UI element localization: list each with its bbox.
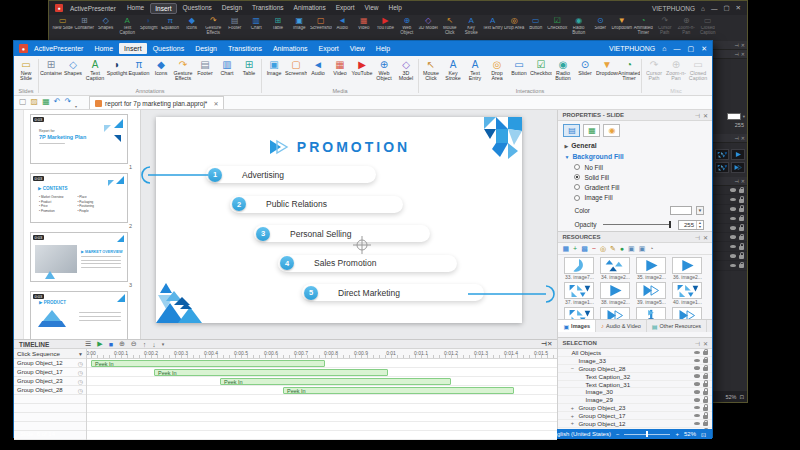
document-tab[interactable]: report for 7p marketing plan.approj* ✕	[89, 96, 224, 109]
resources-tab-other-resources[interactable]: ▤Other Resources	[647, 320, 707, 332]
selection-row-image_11[interactable]: Image_11	[558, 428, 712, 429]
menu-design[interactable]: Design	[218, 3, 246, 14]
back-tool-audio[interactable]: ◄Audio	[332, 16, 354, 41]
menu-view[interactable]: View	[361, 3, 383, 14]
lock-icon[interactable]	[703, 367, 708, 371]
info-icon[interactable]: ●	[620, 245, 624, 252]
visibility-eye-icon[interactable]	[694, 422, 700, 426]
track-name-group-object_23[interactable]: Group Object_23◷	[14, 377, 86, 386]
pin-icon[interactable]: ⊣	[695, 112, 700, 119]
back-tool-dropdown[interactable]: ▼Dropdown	[611, 16, 633, 41]
tool-gesture-effects[interactable]: ↷Gesture Effects	[172, 57, 194, 88]
slide-title-block[interactable]: PROMOTION	[156, 139, 522, 155]
visibility-eye-icon[interactable]	[694, 398, 700, 402]
resource-item[interactable]: 35. image2...	[633, 257, 669, 280]
timeline-zoom-out-icon[interactable]: ⊖	[131, 340, 137, 348]
back-tool-video[interactable]: ▦Video	[353, 16, 375, 41]
resource-item[interactable]	[597, 307, 633, 319]
add-resource-icon[interactable]: +	[573, 245, 577, 252]
expander-icon[interactable]: +	[569, 413, 575, 419]
tool-checkbox[interactable]: ☑Checkbox	[530, 57, 552, 88]
view-mode-icon[interactable]: ▦	[562, 245, 569, 253]
back-tool-zoom-n-pan[interactable]: ⊕Zoom-n-Pan	[676, 16, 698, 41]
lock-icon[interactable]	[703, 391, 708, 395]
tool-audio[interactable]: ◄Audio	[307, 57, 329, 88]
resource-item[interactable]: 34. image2...	[597, 257, 633, 280]
tool-key-stroke[interactable]: AKey Stroke	[442, 57, 464, 88]
timeline-track-empty[interactable]	[87, 395, 557, 404]
animation-bar-peek-in[interactable]: Peek In	[220, 378, 451, 385]
animation-bar-peek-in[interactable]: Peek In	[283, 387, 514, 394]
slide-thumbnail-2[interactable]: 0:03▶ CONTENTS• Market Overview• Product…	[30, 173, 134, 230]
fit-icon[interactable]: ⊡	[739, 394, 744, 400]
expander-icon[interactable]: +	[569, 405, 575, 411]
visibility-eye-icon[interactable]	[694, 414, 700, 418]
slide-thumbnail-1[interactable]: 0:03Report for7P Marketing Plan1	[30, 114, 134, 171]
opacity-slider[interactable]	[603, 224, 671, 225]
lock-icon[interactable]	[703, 407, 708, 411]
pin-icon[interactable]: ⊣	[695, 234, 700, 241]
tool-footer[interactable]: ▤Footer	[194, 57, 216, 88]
tool-new-slide[interactable]: ▭New Slide	[15, 57, 37, 88]
slide-editor[interactable]: PROMOTION 1Advertising2Public Relations3…	[156, 117, 522, 323]
close-tab-icon[interactable]: ✕	[213, 100, 218, 107]
list-item-public-relations[interactable]: 2Public Relations	[230, 196, 403, 213]
lock-icon[interactable]	[703, 359, 708, 363]
back-tool-footer[interactable]: ▤Footer	[224, 16, 246, 41]
slide-thumbnail-4[interactable]: 0:03▶ PRODUCT4	[30, 291, 134, 339]
lock-icon[interactable]	[703, 415, 708, 419]
timeline-stop-icon[interactable]: ■	[109, 341, 113, 348]
minimize-icon[interactable]: —	[674, 45, 681, 52]
list-item-personal-selling[interactable]: 3Personal Selling	[254, 225, 430, 242]
resource-item[interactable]: 40. image1...	[669, 282, 705, 305]
tool-chart[interactable]: ▥Chart	[216, 57, 238, 88]
back-tool-mouse-click[interactable]: ↖Mouse Click	[439, 16, 461, 41]
timeline-move-down-icon[interactable]: ↓	[152, 341, 156, 348]
pin-icon[interactable]: ⊣	[695, 340, 700, 347]
fill-option-gradient-fill[interactable]: Gradient Fill	[558, 182, 712, 192]
timeline-track[interactable]: Peek In	[87, 386, 557, 395]
resource-item[interactable]: 39. image5...	[633, 282, 669, 305]
resources-tab-images[interactable]: ▣Images	[558, 320, 596, 332]
menu-design[interactable]: Design	[190, 43, 222, 54]
visibility-eye-icon[interactable]	[694, 374, 700, 378]
animation-bar-peek-in[interactable]: Peek In	[91, 360, 325, 367]
tab-slide-properties[interactable]: ▤	[563, 124, 580, 137]
track-name-group-object_12[interactable]: Group Object_12◷	[14, 359, 86, 368]
selection-row-text-caption_32[interactable]: Text Caption_32	[558, 373, 712, 381]
close-panel-icon[interactable]: ✕	[703, 234, 708, 241]
fill-option-image-fill[interactable]: Image Fill	[558, 193, 712, 203]
close-icon[interactable]: ✕	[701, 45, 707, 53]
lock-icon[interactable]	[703, 422, 708, 426]
fill-option-solid-fill[interactable]: Solid Fill	[558, 172, 712, 182]
timeline-move-up-icon[interactable]: ↑	[143, 341, 147, 348]
back-tool-icons[interactable]: ◆Icons	[181, 16, 203, 41]
tool-3d-model[interactable]: ◇3D Model	[395, 57, 417, 88]
back-tool-text-entry[interactable]: AText Entry	[482, 16, 504, 41]
open-file-icon[interactable]: ▨	[31, 98, 39, 106]
back-tool-3d-model[interactable]: ◇3D Model	[418, 16, 440, 41]
tool-cursor-path[interactable]: ↷Cursor Path	[643, 57, 665, 88]
tool-container[interactable]: ⊞Container	[40, 57, 62, 88]
refresh-icon[interactable]: ◔	[649, 245, 653, 252]
back-tool-image[interactable]: ▣Image	[289, 16, 311, 41]
insert-image-alt-icon[interactable]: ▣	[639, 245, 646, 253]
back-tool-youtube[interactable]: ▶YouTube	[375, 16, 397, 41]
list-item-advertising[interactable]: 1Advertising	[206, 166, 376, 183]
insert-image-icon[interactable]: ▣	[628, 245, 635, 253]
visibility-eye-icon[interactable]	[694, 390, 700, 394]
back-color-swatch[interactable]	[727, 113, 741, 120]
visibility-eye-icon[interactable]	[694, 351, 700, 355]
account-icon[interactable]: ⌂	[662, 45, 666, 52]
menu-insert[interactable]: Insert	[150, 3, 176, 14]
fit-icon[interactable]: ⊡	[701, 431, 706, 438]
list-item-direct-marketing[interactable]: 5Direct Marketing	[302, 284, 484, 301]
tab-transition[interactable]: ◉	[603, 124, 620, 137]
selection-row-image_29[interactable]: Image_29	[558, 396, 712, 404]
resources-tab-audio-video[interactable]: ♪Audio & Video	[596, 320, 647, 332]
tool-animated-timer[interactable]: ◔Animated Timer	[618, 57, 640, 88]
back-tool-gesture-effects[interactable]: ↷Gesture Effects	[203, 16, 225, 41]
find-icon[interactable]: ◎	[600, 245, 606, 253]
selection-row-image_30[interactable]: Image_30	[558, 388, 712, 396]
menu-view[interactable]: View	[345, 43, 370, 54]
